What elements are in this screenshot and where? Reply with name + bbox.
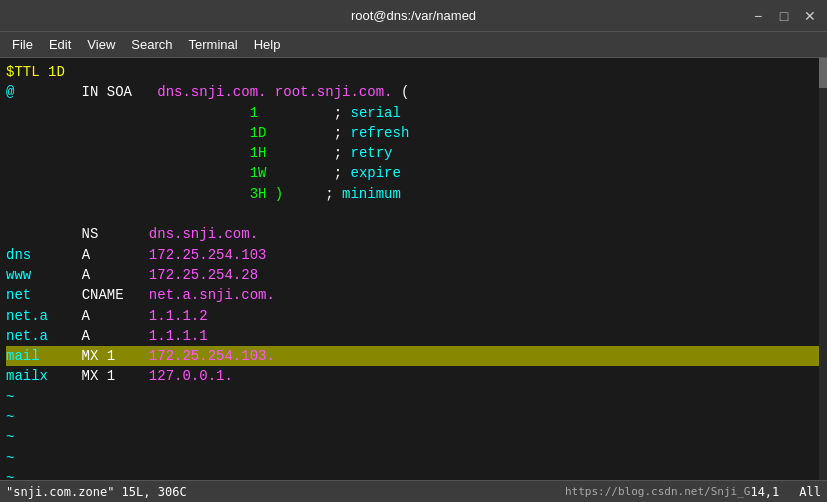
maximize-button[interactable]: □	[775, 8, 793, 24]
status-filename: "snji.com.zone" 15L, 306C	[6, 485, 565, 499]
terminal-line: ~	[6, 427, 821, 447]
menu-search[interactable]: Search	[123, 35, 180, 54]
window-title: root@dns:/var/named	[351, 8, 476, 23]
terminal-line: ~	[6, 407, 821, 427]
scroll-position: All	[799, 485, 821, 499]
menu-terminal[interactable]: Terminal	[181, 35, 246, 54]
terminal-content[interactable]: $TTL 1D @ IN SOA dns.snji.com. root.snji…	[0, 58, 827, 480]
status-url: https://blog.csdn.net/Snji_G	[565, 485, 750, 498]
menu-bar: File Edit View Search Terminal Help	[0, 32, 827, 58]
menu-file[interactable]: File	[4, 35, 41, 54]
scrollbar[interactable]	[819, 58, 827, 480]
title-bar: root@dns:/var/named − □ ✕	[0, 0, 827, 32]
terminal-line: 3H ) ; minimum	[6, 184, 821, 204]
terminal-line: $TTL 1D	[6, 62, 821, 82]
terminal-line: 1W ; expire	[6, 163, 821, 183]
terminal-line: net.a A 1.1.1.2	[6, 306, 821, 326]
terminal-line: @ IN SOA dns.snji.com. root.snji.com. (	[6, 82, 821, 102]
minimize-button[interactable]: −	[749, 8, 767, 24]
terminal-line: NS dns.snji.com.	[6, 224, 821, 244]
terminal-line: dns A 172.25.254.103	[6, 245, 821, 265]
close-button[interactable]: ✕	[801, 8, 819, 24]
terminal-line: ~	[6, 387, 821, 407]
terminal-line: ~	[6, 448, 821, 468]
terminal-line: ~	[6, 468, 821, 480]
menu-help[interactable]: Help	[246, 35, 289, 54]
terminal-line: 1H ; retry	[6, 143, 821, 163]
terminal-line: net CNAME net.a.snji.com.	[6, 285, 821, 305]
terminal-line: 1 ; serial	[6, 103, 821, 123]
status-position: 14,1 All	[750, 485, 821, 499]
terminal-line	[6, 204, 821, 224]
terminal-line: 1D ; refresh	[6, 123, 821, 143]
terminal-line: mailx MX 1 127.0.0.1.	[6, 366, 821, 386]
menu-edit[interactable]: Edit	[41, 35, 79, 54]
scroll-thumb[interactable]	[819, 58, 827, 88]
terminal-line: net.a A 1.1.1.1	[6, 326, 821, 346]
menu-view[interactable]: View	[79, 35, 123, 54]
terminal-line: www A 172.25.254.28	[6, 265, 821, 285]
status-bar: "snji.com.zone" 15L, 306C https://blog.c…	[0, 480, 827, 502]
terminal-line: mail MX 1 172.25.254.103.	[6, 346, 821, 366]
cursor-position: 14,1	[750, 485, 779, 499]
window-controls: − □ ✕	[749, 8, 819, 24]
